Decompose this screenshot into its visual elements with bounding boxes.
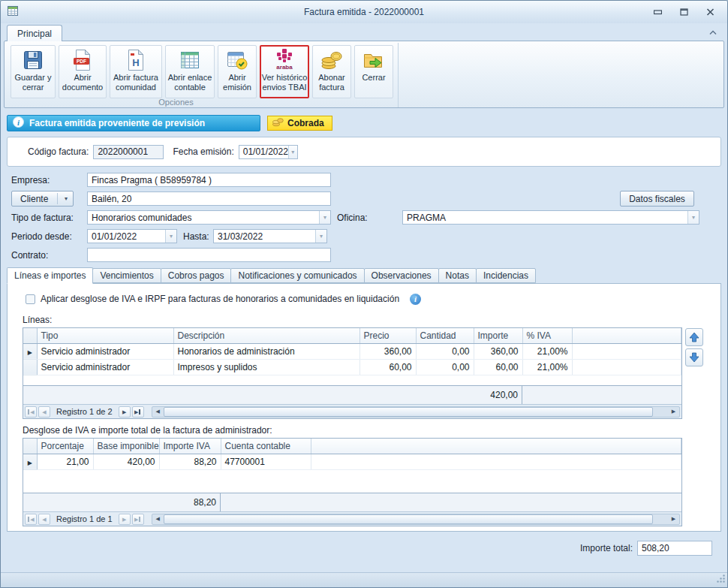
cell-porcentaje[interactable]: 21,00 <box>37 454 93 469</box>
col-header-importe-iva[interactable]: Importe IVA <box>159 439 221 454</box>
cell-importe[interactable]: 360,00 <box>474 343 522 359</box>
cell-descripcion[interactable]: Honorarios de administración <box>173 343 359 359</box>
pager-next-button[interactable]: ▶ <box>119 514 131 525</box>
pager-prev-button[interactable]: ◀ <box>38 514 50 525</box>
pager-first-button[interactable]: ◀ <box>25 406 37 418</box>
fecha-emision-field[interactable]: 01/01/2022 ▾ <box>239 145 298 159</box>
scrollbar-track[interactable] <box>164 407 668 417</box>
cell-precio[interactable]: 360,00 <box>359 343 416 359</box>
cell-tipo[interactable]: Servicio administrador <box>37 359 173 375</box>
lineas-pager: ◀ ◀ Registro 1 de 2 ▶ ▶ ◀ ▶ <box>23 404 681 418</box>
cliente-button[interactable]: Cliente ▾ <box>11 191 74 207</box>
tab-observaciones[interactable]: Observaciones <box>364 268 439 283</box>
col-header-base[interactable]: Base imponible <box>93 439 159 454</box>
cell-precio[interactable]: 60,00 <box>359 359 416 375</box>
cell-cuenta[interactable]: 47700001 <box>221 454 311 469</box>
coins-small-icon <box>272 117 284 129</box>
cell-iva[interactable]: 21,00% <box>522 343 572 359</box>
col-header-iva[interactable]: % IVA <box>522 328 572 343</box>
cell-base[interactable]: 420,00 <box>93 454 159 469</box>
abrir-factura-comunidad-button[interactable]: H Abrir factura comunidad <box>110 45 162 98</box>
horizontal-scrollbar[interactable]: ◀ ▶ <box>152 514 680 525</box>
cell-iva[interactable]: 21,00% <box>522 359 572 375</box>
banner-message: Factura emitida proveniente de previsión <box>29 118 205 128</box>
chevron-down-icon[interactable]: ▾ <box>288 146 297 158</box>
abrir-emision-button[interactable]: Abrir emisión <box>218 45 257 98</box>
chevron-down-icon[interactable]: ▾ <box>315 230 326 243</box>
close-button[interactable] <box>702 6 718 18</box>
move-row-up-button[interactable] <box>685 328 703 346</box>
scroll-left-icon[interactable]: ◀ <box>152 407 164 417</box>
chevron-down-icon[interactable]: ▾ <box>165 230 176 243</box>
chevron-down-icon[interactable]: ▾ <box>319 211 330 224</box>
scroll-right-icon[interactable]: ▶ <box>668 514 679 524</box>
horizontal-scrollbar[interactable]: ◀ ▶ <box>152 406 680 418</box>
cell-importe-iva[interactable]: 88,20 <box>159 454 221 469</box>
datos-fiscales-button[interactable]: Datos fiscales <box>620 191 694 207</box>
tab-notas[interactable]: Notas <box>438 268 477 283</box>
scrollbar-thumb[interactable] <box>164 514 653 524</box>
scroll-left-icon[interactable]: ◀ <box>152 514 164 524</box>
col-header-cuenta[interactable]: Cuenta contable <box>221 439 311 454</box>
col-header-cantidad[interactable]: Cantidad <box>416 328 474 343</box>
importe-total-field[interactable]: 508,20 <box>637 541 712 556</box>
tab-cobros-pagos[interactable]: Cobros pagos <box>161 268 232 283</box>
ribbon-collapse-button[interactable] <box>706 27 720 38</box>
row-selector[interactable] <box>23 359 37 375</box>
maximize-button[interactable] <box>675 6 692 18</box>
cell-cantidad[interactable]: 0,00 <box>416 359 474 375</box>
pdf-document-icon: PDF <box>71 48 94 72</box>
cliente-field[interactable]: Bailén, 20 <box>87 191 331 206</box>
pager-first-button[interactable]: ◀ <box>25 514 37 525</box>
abrir-enlace-contable-button[interactable]: Abrir enlace contable <box>165 45 215 98</box>
tipo-factura-combo[interactable]: Honorarios comunidades ▾ <box>87 210 331 225</box>
col-header-descripcion[interactable]: Descripción <box>173 328 359 343</box>
col-header-importe[interactable]: Importe <box>474 328 522 343</box>
cell-importe[interactable]: 60,00 <box>474 359 522 375</box>
cell-cantidad[interactable]: 0,00 <box>416 343 474 359</box>
pager-next-button[interactable]: ▶ <box>119 406 131 418</box>
row-selector[interactable]: ▶ <box>23 454 37 469</box>
minimize-button[interactable] <box>649 6 666 18</box>
col-header-tipo[interactable]: Tipo <box>37 328 173 343</box>
empresa-field[interactable]: Fincas Pragma ( B58959784 ) <box>87 173 331 187</box>
current-row-arrow-icon: ▶ <box>28 349 32 356</box>
table-row[interactable]: Servicio administrador Impresos y suplid… <box>23 359 681 375</box>
periodo-desde-field[interactable]: 01/01/2022 ▾ <box>87 229 177 243</box>
hasta-field[interactable]: 31/03/2022 ▾ <box>213 229 327 243</box>
tab-vencimientos[interactable]: Vencimientos <box>92 268 161 283</box>
tab-lineas-importes[interactable]: Líneas e importes <box>7 267 93 284</box>
ver-historico-tbai-button[interactable]: araba Ver histórico envios TBAI <box>260 45 309 98</box>
col-header-precio[interactable]: Precio <box>359 328 416 343</box>
move-row-down-button[interactable] <box>685 348 703 366</box>
scrollbar-thumb[interactable] <box>164 407 653 417</box>
desglose-iva-checkbox[interactable] <box>26 294 35 304</box>
cell-descripcion[interactable]: Impresos y suplidos <box>173 359 359 375</box>
guardar-cerrar-button[interactable]: Guardar y cerrar <box>11 45 56 98</box>
oficina-combo[interactable]: PRAGMA ▾ <box>402 210 699 225</box>
ribbon-tab-principal[interactable]: Principal <box>7 25 62 41</box>
desglose-iva-checkbox-label: Aplicar desglose de IVA e IRPF para fact… <box>41 294 399 304</box>
pager-last-button[interactable]: ▶ <box>132 406 144 418</box>
abrir-documento-button[interactable]: PDF Abrir documento <box>59 45 107 98</box>
cerrar-button[interactable]: Cerrar <box>354 45 393 98</box>
chevron-down-icon[interactable]: ▾ <box>687 211 699 224</box>
cell-tipo[interactable]: Servicio administrador <box>37 343 173 359</box>
row-selector[interactable]: ▶ <box>23 343 37 359</box>
scroll-right-icon[interactable]: ▶ <box>668 407 679 417</box>
resize-grip[interactable] <box>716 574 726 586</box>
table-row[interactable]: ▶ Servicio administrador Honorarios de a… <box>23 343 681 359</box>
table-row[interactable]: ▶ 21,00 420,00 88,20 47700001 <box>23 454 681 469</box>
scrollbar-track[interactable] <box>164 514 668 524</box>
col-header-porcentaje[interactable]: Porcentaje <box>37 439 93 454</box>
titlebar[interactable]: Factura emitida - 2022000001 <box>1 1 727 23</box>
pager-prev-button[interactable]: ◀ <box>38 406 50 418</box>
contrato-field[interactable] <box>87 248 331 262</box>
tab-notificaciones[interactable]: Notificaciones y comunicados <box>230 268 364 283</box>
codigo-factura-field[interactable]: 2022000001 <box>93 145 164 159</box>
pager-last-button[interactable]: ▶ <box>132 514 144 525</box>
info-icon[interactable]: i <box>410 294 421 305</box>
abonar-factura-button[interactable]: Abonar factura <box>312 45 351 98</box>
importe-total-label: Importe total: <box>580 543 633 553</box>
tab-incidencias[interactable]: Incidencias <box>476 268 536 283</box>
